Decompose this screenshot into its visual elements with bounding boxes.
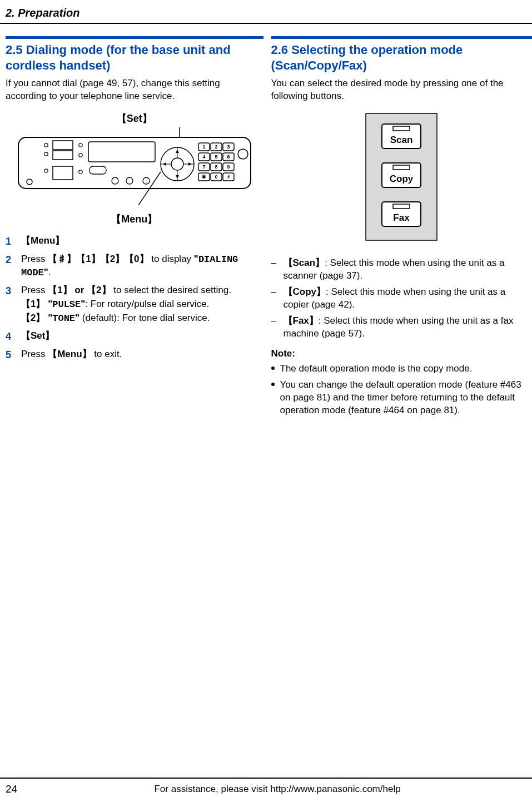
svg-text:✱: ✱ <box>202 174 206 180</box>
note-item: The default operation mode is the copy m… <box>271 363 533 375</box>
step-3: 3 Press 【1】 or 【2】 to select the desired… <box>6 284 263 326</box>
svg-rect-55 <box>393 126 410 131</box>
svg-text:♯: ♯ <box>227 174 230 180</box>
mode-buttons-illustration: Scan Copy Fax <box>271 113 533 245</box>
mode-copy-item: – 【Copy】: Select this mode when using th… <box>271 286 533 311</box>
step-number: 1 <box>6 235 14 248</box>
svg-rect-59 <box>393 204 410 209</box>
left-column: 2.5 Dialing mode (for the base unit and … <box>6 24 269 420</box>
fax-button-label: Fax <box>394 212 410 223</box>
section-2-5-intro: If you cannot dial (page 49, 57), change… <box>6 77 263 103</box>
svg-rect-6 <box>53 141 73 150</box>
svg-text:6: 6 <box>227 154 230 160</box>
mode-description-list: – 【Scan】: Select this mode when using th… <box>271 257 533 340</box>
svg-text:5: 5 <box>215 154 217 160</box>
device-panel-illustration: 1 2 3 4 5 6 7 8 9 ✱ 0 ♯ <box>6 127 263 209</box>
svg-point-18 <box>171 158 183 170</box>
step-number: 2 <box>6 253 14 280</box>
mode-scan-item: – 【Scan】: Select this mode when using th… <box>271 257 533 283</box>
step-number: 5 <box>6 348 14 362</box>
svg-text:7: 7 <box>202 164 205 170</box>
svg-text:4: 4 <box>202 154 205 160</box>
step-1: 1 【Menu】 <box>6 235 263 248</box>
section-divider-bar <box>6 36 263 39</box>
step-1-text: 【Menu】 <box>21 235 263 248</box>
mode-fax-item: – 【Fax】: Select this mode when using the… <box>271 315 533 340</box>
step-3-text: Press 【1】 or 【2】 to select the desired s… <box>21 284 263 326</box>
svg-text:1: 1 <box>202 144 205 150</box>
step-2: 2 Press 【♯】【1】【2】【0】 to display "DIALING… <box>6 253 263 280</box>
callout-set-label: 【Set】 <box>6 112 263 125</box>
svg-rect-57 <box>393 165 410 170</box>
svg-rect-12 <box>88 142 155 162</box>
dash-icon: – <box>271 286 278 311</box>
svg-rect-13 <box>90 166 106 174</box>
content-columns: 2.5 Dialing mode (for the base unit and … <box>0 24 532 420</box>
footer-assist-text: For assistance, please visit http://www.… <box>28 783 526 796</box>
dash-icon: – <box>271 315 278 340</box>
page-number: 24 <box>6 782 17 796</box>
step-5-text: Press 【Menu】 to exit. <box>21 348 263 362</box>
svg-text:0: 0 <box>215 174 217 180</box>
step-number: 4 <box>6 330 14 343</box>
note-1-text: The default operation mode is the copy m… <box>280 363 473 375</box>
bullet-icon <box>271 383 275 386</box>
chapter-title: 2. Preparation <box>6 7 79 19</box>
scan-button-label: Scan <box>390 135 413 145</box>
dash-icon: – <box>271 257 278 283</box>
note-heading: Note: <box>271 348 533 360</box>
section-2-5-heading: 2.5 Dialing mode (for the base unit and … <box>6 42 263 73</box>
copy-button-label: Copy <box>390 174 414 184</box>
bullet-icon <box>271 367 275 370</box>
page-footer: 24 For assistance, please visit http://w… <box>0 778 532 802</box>
callout-menu-label: 【Menu】 <box>6 212 263 226</box>
section-divider-bar <box>271 36 533 39</box>
right-column: 2.6 Selecting the operation mode (Scan/C… <box>269 24 533 420</box>
chapter-header: 2. Preparation <box>0 0 532 24</box>
note-item: You can change the default operation mod… <box>271 379 533 417</box>
svg-text:2: 2 <box>215 144 217 150</box>
step-number: 3 <box>6 284 14 326</box>
step-4: 4 【Set】 <box>6 330 263 343</box>
procedure-steps: 1 【Menu】 2 Press 【♯】【1】【2】【0】 to display… <box>6 235 263 362</box>
svg-rect-7 <box>53 151 73 160</box>
step-2-text: Press 【♯】【1】【2】【0】 to display "DIALING M… <box>21 253 263 280</box>
section-2-6-heading: 2.6 Selecting the operation mode (Scan/C… <box>271 42 533 73</box>
svg-text:3: 3 <box>227 144 230 150</box>
svg-rect-8 <box>53 166 73 180</box>
step-4-text: 【Set】 <box>21 330 263 343</box>
svg-point-51 <box>238 149 248 159</box>
svg-text:8: 8 <box>215 164 217 170</box>
section-2-6-intro: You can select the desired mode by press… <box>271 77 533 103</box>
note-list: The default operation mode is the copy m… <box>271 363 533 417</box>
step-5: 5 Press 【Menu】 to exit. <box>6 348 263 362</box>
note-2-text: You can change the default operation mod… <box>280 379 533 417</box>
svg-text:9: 9 <box>227 164 230 170</box>
